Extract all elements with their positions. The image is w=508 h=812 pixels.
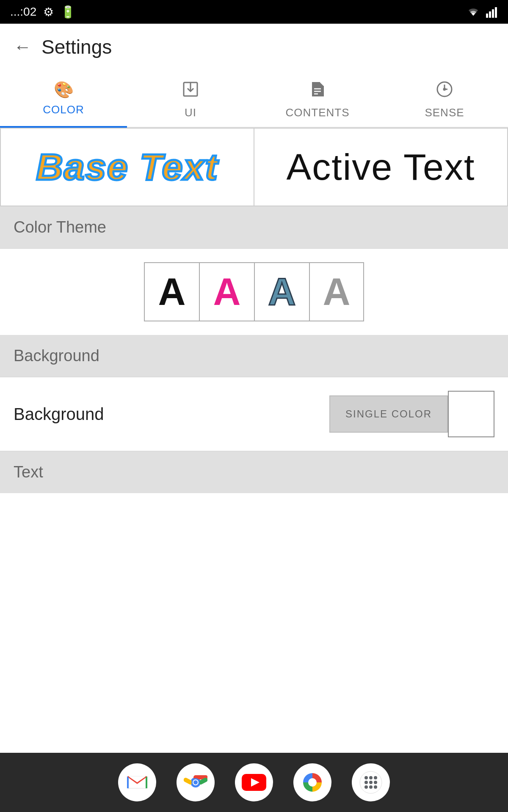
svg-point-22	[364, 776, 368, 779]
status-bar: ...:02 ⚙ 🔋	[0, 0, 508, 24]
back-button[interactable]: ←	[14, 37, 31, 57]
active-text-label: Active Text	[287, 145, 475, 189]
svg-point-30	[374, 785, 377, 789]
color-option-black[interactable]: A	[144, 262, 199, 321]
tabs-container: 🎨 COLOR UI CONTENTS	[0, 70, 508, 128]
svg-point-17	[193, 780, 198, 785]
svg-rect-2	[492, 9, 494, 18]
svg-point-24	[374, 776, 377, 779]
battery-status-icon: 🔋	[61, 5, 75, 19]
status-time: ...:02	[10, 5, 36, 19]
background-row: Background SINGLE COLOR	[0, 377, 508, 451]
ui-tab-label: UI	[185, 106, 196, 119]
color-option-blue-outline[interactable]: A	[254, 262, 309, 321]
tab-color[interactable]: 🎨 COLOR	[0, 70, 127, 127]
color-tab-icon: 🎨	[54, 80, 74, 99]
single-color-button[interactable]: SINGLE COLOR	[329, 395, 448, 433]
active-text-preview[interactable]: Active Text	[254, 129, 507, 206]
main-content: Base Text Active Text Color Theme A A A …	[0, 128, 508, 561]
wifi-icon	[466, 6, 481, 17]
base-text-preview[interactable]: Base Text	[1, 129, 254, 206]
text-section-header: Text	[0, 451, 508, 493]
svg-point-28	[364, 785, 368, 789]
bottom-nav	[0, 753, 508, 812]
color-tab-label: COLOR	[43, 103, 84, 116]
background-header: Background	[0, 335, 508, 377]
svg-rect-1	[489, 11, 491, 18]
svg-rect-0	[486, 14, 488, 18]
color-theme-header: Color Theme	[0, 206, 508, 248]
color-option-pink[interactable]: A	[199, 262, 254, 321]
base-text-label: Base Text	[36, 145, 218, 189]
color-option-a-gray: A	[323, 270, 351, 314]
svg-point-26	[369, 781, 373, 784]
svg-point-12	[444, 88, 445, 90]
color-option-a-pink: A	[213, 270, 241, 314]
background-row-label: Background	[14, 405, 104, 424]
status-bar-right	[466, 6, 498, 18]
contents-tab-label: CONTENTS	[286, 106, 350, 119]
svg-point-23	[369, 776, 373, 779]
text-preview-section: Base Text Active Text	[0, 128, 508, 206]
nav-gmail[interactable]	[118, 763, 156, 801]
color-option-a-blue-outline: A	[268, 270, 296, 314]
nav-photos[interactable]	[293, 763, 331, 801]
nav-youtube[interactable]	[235, 763, 273, 801]
svg-point-27	[374, 781, 377, 784]
sense-tab-icon	[436, 80, 453, 102]
signal-icon	[486, 6, 498, 18]
svg-rect-3	[495, 7, 497, 18]
tab-sense[interactable]: SENSE	[381, 70, 508, 127]
ui-tab-icon	[182, 80, 199, 102]
nav-apps[interactable]	[352, 763, 390, 801]
color-theme-options: A A A A	[0, 249, 508, 335]
background-options: SINGLE COLOR	[329, 391, 494, 437]
settings-icon: ⚙	[43, 5, 54, 19]
color-option-gray[interactable]: A	[309, 262, 364, 321]
nav-chrome[interactable]	[177, 763, 215, 801]
tab-contents[interactable]: CONTENTS	[254, 70, 381, 127]
page-title: Settings	[41, 36, 112, 58]
contents-tab-icon	[309, 80, 326, 102]
color-option-a-black: A	[158, 270, 186, 314]
header: ← Settings	[0, 24, 508, 70]
svg-point-25	[364, 781, 368, 784]
svg-point-20	[308, 778, 317, 787]
svg-point-29	[369, 785, 373, 789]
sense-tab-label: SENSE	[425, 106, 464, 119]
status-bar-left: ...:02 ⚙ 🔋	[10, 5, 75, 19]
white-color-option[interactable]	[448, 391, 494, 437]
tab-ui[interactable]: UI	[127, 70, 254, 127]
